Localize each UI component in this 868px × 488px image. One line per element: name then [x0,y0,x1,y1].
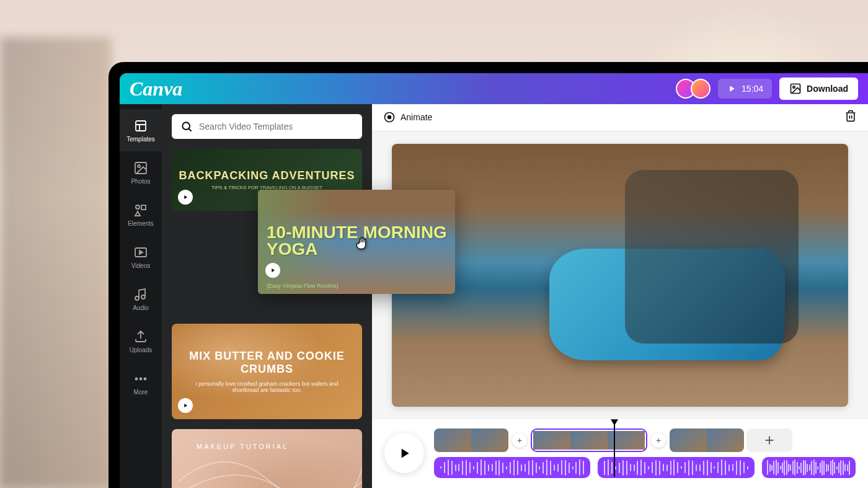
clip-thumbnail[interactable] [570,431,608,450]
svg-line-16 [189,129,192,131]
svg-point-10 [135,296,139,300]
svg-point-14 [144,378,146,379]
template-title: BACKPACKING ADVENTURES [179,169,355,182]
sidebar-item-videos[interactable]: Videos [120,236,162,278]
search-box[interactable] [172,114,362,139]
timeline-play-button[interactable] [384,433,424,473]
more-icon [133,371,148,386]
dragging-template-yoga[interactable]: 10-MINUTE MORNING YOGA (Easy Vinyasa Flo… [258,190,455,294]
sidebar-label: Videos [131,262,150,269]
audio-clip[interactable] [434,457,590,478]
clip-group[interactable] [670,428,744,452]
add-clip-end-button[interactable] [746,428,792,452]
videos-icon [133,245,148,260]
sidebar-item-elements[interactable]: Elements [120,193,162,236]
clip-group[interactable] [531,428,647,452]
download-label: Download [807,84,848,94]
svg-rect-2 [136,121,146,131]
download-button[interactable]: Download [779,78,858,100]
topbar: Canva 15:04 Download [120,73,868,104]
canvas-area: Animate ++ [372,104,868,488]
clip-thumbnail[interactable] [533,431,570,450]
timeline: ++ [372,419,868,488]
app-screen: Canva 15:04 Download TemplatesPhotosElem… [120,73,868,488]
photos-icon [133,161,148,175]
sidebar-label: More [134,389,148,396]
clip-thumbnail[interactable] [608,431,645,450]
templates-panel: BACKPACKING ADVENTURES TIPS & TRICKS FOR… [162,104,372,488]
sidebar-label: Uploads [130,347,153,353]
sidebar-label: Audio [133,304,149,311]
editor-toolbar: Animate [372,104,868,131]
audio-icon [133,287,148,302]
trash-icon [844,110,857,122]
animate-label: Animate [401,112,432,122]
preview-frame[interactable] [392,144,848,407]
play-icon [396,445,412,461]
video-track[interactable]: ++ [434,428,856,452]
template-subtitle: (Easy Vinyasa Flow Routine) [267,283,338,289]
template-title: MIX BUTTER AND COOKIE CRUMBS [184,350,350,376]
sidebar-item-uploads[interactable]: Uploads [120,320,162,362]
clip-thumbnail[interactable] [707,428,744,452]
clip-thumbnail[interactable] [670,428,707,452]
play-duration-button[interactable]: 15:04 [718,79,772,99]
svg-point-18 [388,116,391,119]
animate-icon [383,111,396,123]
search-icon [180,120,193,133]
clip-thumbnail[interactable] [434,428,471,452]
playhead[interactable] [614,421,615,477]
template-play-icon [178,398,193,413]
template-play-icon [265,263,280,278]
sidebar-item-photos[interactable]: Photos [120,151,162,193]
svg-point-7 [136,205,140,209]
add-clip-button[interactable]: + [512,433,527,448]
svg-point-12 [136,378,138,379]
template-title: MAKEUP TUTORIAL [197,443,288,450]
delete-button[interactable] [844,110,857,125]
clip-thumbnail[interactable] [471,428,508,452]
sidebar-label: Elements [128,220,154,227]
search-input[interactable] [199,122,353,131]
add-clip-button[interactable]: + [651,433,666,448]
sidebar-item-more[interactable]: More [120,362,162,404]
sidebar-label: Templates [126,136,155,143]
sidebar-item-audio[interactable]: Audio [120,278,162,320]
plus-icon [763,433,776,447]
audio-clip[interactable] [598,457,754,478]
sidebar-label: Photos [131,178,150,185]
template-play-icon [178,190,193,205]
animate-button[interactable]: Animate [383,111,432,123]
avatar[interactable] [691,79,711,99]
play-icon [727,84,737,94]
clip-group[interactable] [434,428,508,452]
templates-icon [133,118,148,133]
grab-cursor-icon [355,234,372,252]
svg-rect-8 [141,205,146,210]
svg-point-6 [138,165,140,167]
download-icon [789,82,802,95]
uploads-icon [133,329,148,344]
elements-icon [133,203,148,218]
sidebar-item-templates[interactable]: Templates [120,109,162,151]
brand-logo[interactable]: Canva [130,78,182,100]
svg-point-13 [140,378,142,379]
sidebar: TemplatesPhotosElementsVideosAudioUpload… [120,104,162,488]
audio-track[interactable] [434,457,856,478]
svg-point-11 [141,295,145,299]
template-card-cookie[interactable]: MIX BUTTER AND COOKIE CRUMBS I personall… [172,324,362,419]
device-frame: Canva 15:04 Download TemplatesPhotosElem… [108,62,868,488]
template-subtitle: I personally love crushed graham cracker… [184,381,350,393]
svg-point-1 [793,86,795,88]
duration-label: 15:04 [742,84,763,94]
template-card-makeup[interactable]: MAKEUP TUTORIAL [172,429,362,488]
svg-point-15 [182,122,190,130]
audio-clip[interactable] [762,457,856,478]
collaborator-avatars[interactable] [676,79,711,99]
